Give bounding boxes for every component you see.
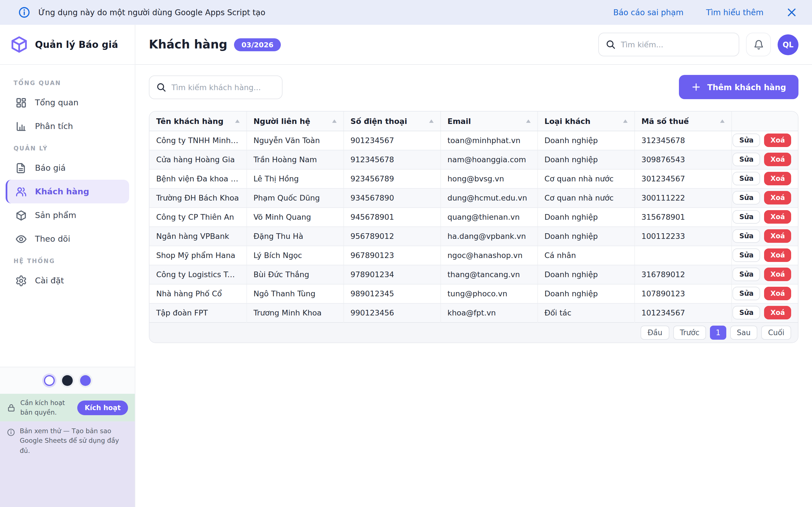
section-label-quan-ly: QUẢN LÝ	[6, 138, 129, 156]
global-search-input[interactable]	[621, 40, 732, 49]
cell-5: 107890123	[635, 284, 731, 303]
sidebar-item-cai-dat[interactable]: Cài đặt	[6, 269, 129, 292]
sort-arrow-icon[interactable]	[623, 119, 627, 123]
info-icon	[7, 428, 15, 437]
report-abuse-link[interactable]: Báo cáo sai phạm	[613, 8, 683, 17]
cell-1: Bùi Đức Thắng	[246, 265, 343, 284]
pagination-first-button[interactable]: Đầu	[641, 326, 669, 340]
cell-3: hong@bvsg.vn	[441, 169, 538, 188]
delete-button[interactable]: Xoá	[764, 268, 791, 281]
sort-arrow-icon[interactable]	[429, 119, 434, 123]
column-header-0[interactable]: Tên khách hàng	[149, 112, 246, 131]
cell-0: Công ty Logistics Tân ...	[149, 265, 246, 284]
bar-chart-icon	[15, 120, 27, 132]
license-notice-text: Cần kích hoạt bản quyền.	[20, 398, 73, 417]
sidebar-item-phan-tich[interactable]: Phân tích	[6, 114, 129, 138]
sidebar-item-tong-quan[interactable]: Tổng quan	[6, 91, 129, 114]
box-icon	[15, 209, 27, 221]
column-header-5[interactable]: Mã số thuế	[635, 112, 731, 131]
pagination-prev-button[interactable]: Trước	[673, 326, 706, 340]
cell-5	[635, 245, 731, 265]
sort-arrow-icon[interactable]	[720, 119, 724, 123]
column-header-label: Loại khách	[545, 117, 591, 126]
info-icon	[18, 6, 31, 18]
edit-button[interactable]: Sửa	[732, 229, 760, 243]
cell-1: Trần Hoàng Nam	[246, 150, 343, 169]
delete-button[interactable]: Xoá	[764, 172, 791, 185]
sidebar-item-label: Theo dõi	[35, 234, 70, 243]
edit-button[interactable]: Sửa	[732, 287, 760, 300]
lock-icon	[7, 403, 16, 412]
activate-button[interactable]: Kích hoạt	[77, 400, 128, 415]
cell-4: Doanh nghiệp	[538, 265, 635, 284]
cell-5: 316789012	[635, 265, 731, 284]
theme-option-light[interactable]	[44, 375, 55, 386]
theme-option-purple[interactable]	[80, 375, 91, 386]
column-header-3[interactable]: Email	[441, 112, 538, 131]
edit-button[interactable]: Sửa	[732, 172, 760, 185]
edit-button[interactable]: Sửa	[732, 306, 760, 320]
cell-0: Nhà hàng Phố Cổ	[149, 284, 246, 303]
cell-1: Nguyễn Văn Toàn	[246, 131, 343, 150]
customer-search-input[interactable]	[171, 82, 275, 92]
sort-arrow-icon[interactable]	[235, 119, 239, 123]
cell-3: dung@hcmut.edu.vn	[441, 188, 538, 207]
sort-arrow-icon[interactable]	[332, 119, 336, 123]
table-row: Shop Mỹ phẩm HanaLý Bích Ngọc967890123ng…	[149, 245, 798, 265]
sidebar-item-bao-gia[interactable]: Báo giá	[6, 156, 129, 180]
column-header-2[interactable]: Số điện thoại	[343, 112, 441, 131]
cell-4: Doanh nghiệp	[538, 284, 635, 303]
learn-more-link[interactable]: Tìm hiểu thêm	[706, 8, 763, 17]
edit-button[interactable]: Sửa	[732, 268, 760, 281]
cell-5: 101234567	[635, 303, 731, 322]
cell-2: 945678901	[343, 207, 441, 226]
sidebar-item-khach-hang[interactable]: Khách hàng	[6, 180, 129, 203]
sidebar-item-san-pham[interactable]: Sản phẩm	[6, 203, 129, 227]
notifications-button[interactable]	[746, 33, 771, 56]
apps-script-banner: Ứng dụng này do một người dùng Google Ap…	[0, 0, 812, 25]
add-customer-button[interactable]: Thêm khách hàng	[679, 75, 799, 99]
table-row: Ngân hàng VPBankĐặng Thu Hà956789012ha.d…	[149, 226, 798, 245]
delete-button[interactable]: Xoá	[764, 191, 791, 205]
cell-0: Cửa hàng Hoàng Gia	[149, 150, 246, 169]
sidebar-item-label: Tổng quan	[35, 98, 79, 107]
pagination-next-button[interactable]: Sau	[730, 326, 757, 340]
edit-button[interactable]: Sửa	[732, 133, 760, 147]
pagination-last-button[interactable]: Cuối	[761, 326, 791, 340]
delete-button[interactable]: Xoá	[764, 229, 791, 243]
main-area: Khách hàng 03/2026 QL	[135, 25, 812, 507]
edit-button[interactable]: Sửa	[732, 191, 760, 205]
delete-button[interactable]: Xoá	[764, 153, 791, 166]
column-header-4[interactable]: Loại khách	[538, 112, 635, 131]
cell-actions: SửaXoá	[731, 226, 798, 245]
pagination-page-button[interactable]: 1	[710, 326, 726, 340]
table-row: Nhà hàng Phố CổNgô Thanh Tùng989012345tu…	[149, 284, 798, 303]
edit-button[interactable]: Sửa	[732, 153, 760, 166]
search-icon	[156, 82, 166, 92]
column-header-1[interactable]: Người liên hệ	[246, 112, 343, 131]
delete-button[interactable]: Xoá	[764, 210, 791, 224]
avatar[interactable]: QL	[777, 34, 799, 55]
column-header-actions	[731, 112, 798, 131]
cell-5: 312345678	[635, 131, 731, 150]
sidebar-item-theo-doi[interactable]: Theo dõi	[6, 227, 129, 251]
customer-search	[149, 75, 283, 99]
edit-button[interactable]: Sửa	[732, 210, 760, 224]
theme-option-dark[interactable]	[62, 375, 73, 386]
cell-1: Ngô Thanh Tùng	[246, 284, 343, 303]
delete-button[interactable]: Xoá	[764, 287, 791, 300]
sort-arrow-icon[interactable]	[526, 119, 530, 123]
column-header-label: Mã số thuế	[642, 117, 689, 126]
delete-button[interactable]: Xoá	[764, 306, 791, 320]
table-row: Trường ĐH Bách KhoaPhạm Quốc Dũng9345678…	[149, 188, 798, 207]
delete-button[interactable]: Xoá	[764, 133, 791, 147]
close-icon[interactable]	[786, 7, 797, 18]
delete-button[interactable]: Xoá	[764, 248, 791, 262]
cell-2: 990123456	[343, 303, 441, 322]
cell-1: Phạm Quốc Dũng	[246, 188, 343, 207]
cell-actions: SửaXoá	[731, 207, 798, 226]
add-customer-label: Thêm khách hàng	[707, 82, 786, 92]
edit-button[interactable]: Sửa	[732, 248, 760, 262]
sidebar-item-label: Báo giá	[35, 163, 66, 172]
table-row: Công ty TNHH Minh Ph...Nguyễn Văn Toàn90…	[149, 131, 798, 150]
